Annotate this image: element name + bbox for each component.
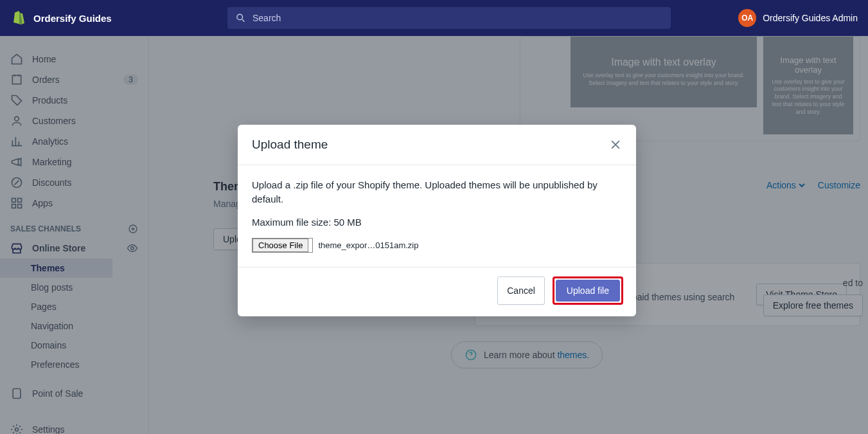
search-input[interactable] xyxy=(252,13,663,23)
modal-max-size: Maximum file size: 50 MB xyxy=(252,215,622,230)
svg-point-0 xyxy=(237,14,243,20)
choose-file-button[interactable]: Choose File xyxy=(252,239,308,252)
user-name-label: Ordersify Guides Admin xyxy=(763,13,858,23)
upload-button-highlight: Upload file xyxy=(553,276,623,305)
selected-filename: theme_expor…0151am.zip xyxy=(318,240,418,250)
svg-line-1 xyxy=(242,19,245,22)
shopify-logo-icon xyxy=(10,10,26,26)
modal-title: Upload theme xyxy=(252,138,328,152)
search-icon xyxy=(235,12,246,24)
upload-theme-modal: Upload theme Upload a .zip file of your … xyxy=(238,125,636,316)
modal-description: Upload a .zip file of your Shopify theme… xyxy=(252,178,622,206)
avatar: OA xyxy=(738,9,756,27)
upload-file-button[interactable]: Upload file xyxy=(556,280,620,302)
user-menu[interactable]: OA Ordersify Guides Admin xyxy=(738,9,858,27)
topbar: Ordersify Guides OA Ordersify Guides Adm… xyxy=(0,0,868,36)
cancel-button[interactable]: Cancel xyxy=(497,276,545,305)
search-field[interactable] xyxy=(227,7,671,29)
close-icon[interactable] xyxy=(609,138,622,151)
brand-title: Ordersify Guides xyxy=(33,13,112,24)
file-input-row: Choose File theme_expor…0151am.zip xyxy=(252,238,622,253)
